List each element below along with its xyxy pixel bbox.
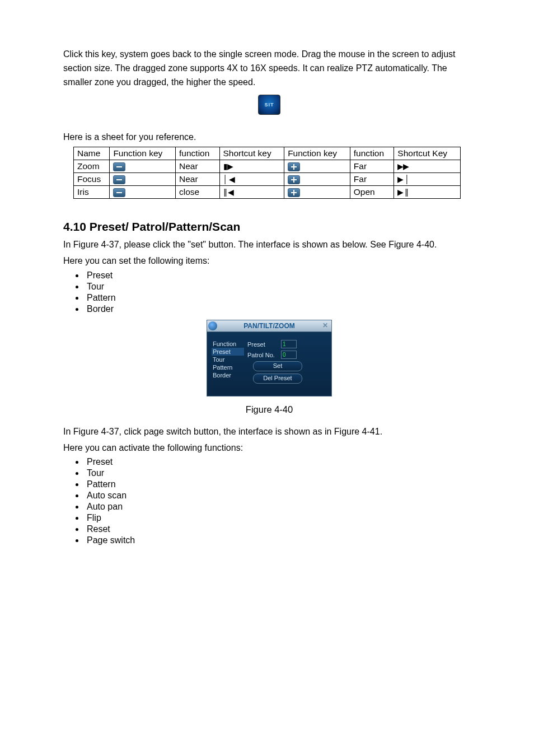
cell-name: Zoom <box>74 160 110 173</box>
list-item: Reset <box>85 524 475 534</box>
dialog-title-text: PAN/TILT/ZOOM <box>243 322 295 330</box>
preset-input[interactable]: 1 <box>281 340 297 348</box>
menu-item-function[interactable]: Function <box>212 340 244 348</box>
plus-icon <box>288 162 300 171</box>
figure-caption: Figure 4-40 <box>63 404 475 415</box>
list-item: Preset <box>85 457 475 467</box>
cell-name: Iris <box>74 186 110 199</box>
patrol-label: Patrol No. <box>247 351 281 358</box>
minus-icon <box>113 188 125 197</box>
cell-func: Far <box>350 160 394 173</box>
th-func2: function <box>354 148 384 158</box>
after-paragraph: Here you can activate the following func… <box>63 441 475 455</box>
sit-3d-button[interactable]: SIT <box>258 95 280 115</box>
list-item: Auto pan <box>85 502 475 512</box>
menu-item-tour[interactable]: Tour <box>212 356 244 363</box>
dialog-menu: Function Preset Tour Pattern Border <box>212 340 244 379</box>
list-item: Tour <box>85 282 475 292</box>
minus-icon <box>113 162 125 171</box>
list-item: Border <box>85 304 475 314</box>
list-item: Auto scan <box>85 491 475 501</box>
cell-func: Open <box>350 186 394 199</box>
menu-item-pattern[interactable]: Pattern <box>212 363 244 371</box>
table-row: Iris close ‖ ◀ Open ▶ ‖ <box>74 186 461 199</box>
set-items-list: Preset Tour Pattern Border <box>63 270 475 314</box>
list-item: Flip <box>85 513 475 523</box>
menu-item-preset[interactable]: Preset <box>212 348 244 356</box>
section-paragraph: In Figure 4-37, please click the "set" b… <box>63 238 475 252</box>
table-row: Zoom Near ▮▶ Far ▶▶ <box>74 160 461 173</box>
close-icon[interactable]: ✕ <box>321 321 329 329</box>
shortcut-glyph: ▶▶ <box>397 162 409 171</box>
shortcut-glyph: ▮▶ <box>223 162 233 171</box>
reference-table: Name Function key function Shortcut key … <box>73 147 461 199</box>
th-fkey2: Function key <box>288 148 337 158</box>
dialog-titlebar: PAN/TILT/ZOOM ✕ <box>207 320 331 332</box>
shortcut-glyph: │ ◀ <box>223 175 235 184</box>
table-lead-text: Here is a sheet for you reference. <box>63 130 475 144</box>
dialog-logo-icon <box>208 321 217 330</box>
patrol-input[interactable]: 0 <box>281 351 297 359</box>
ptz-dialog: PAN/TILT/ZOOM ✕ Function Preset Tour Pat… <box>207 320 332 396</box>
th-func1: function <box>179 148 209 158</box>
set-button[interactable]: Set <box>253 361 302 371</box>
section-heading: 4.10 Preset/ Patrol/Pattern/Scan <box>63 220 475 234</box>
shortcut-glyph: ‖ ◀ <box>223 188 234 197</box>
th-fkey1: Function key <box>113 148 162 158</box>
plus-icon <box>288 175 300 184</box>
after-paragraph: In Figure 4-37, click page switch button… <box>63 425 475 439</box>
shortcut-glyph: ▶ ‖ <box>397 188 408 197</box>
cell-name: Focus <box>74 173 110 186</box>
activate-items-list: Preset Tour Pattern Auto scan Auto pan F… <box>63 457 475 545</box>
minus-icon <box>113 175 125 184</box>
shortcut-glyph: ▶ │ <box>397 175 409 184</box>
th-skey1: Shortcut key <box>223 148 271 158</box>
menu-item-border[interactable]: Border <box>212 371 244 379</box>
th-name: Name <box>77 148 100 158</box>
list-item: Tour <box>85 468 475 478</box>
preset-label: Preset <box>247 340 281 348</box>
cell-func: close <box>176 186 219 199</box>
cell-func: Near <box>176 160 219 173</box>
del-preset-button[interactable]: Del Preset <box>253 374 302 384</box>
cell-func: Near <box>176 173 219 186</box>
section-paragraph: Here you can set the following items: <box>63 254 475 268</box>
list-item: Preset <box>85 270 475 281</box>
plus-icon <box>288 188 300 197</box>
th-skey2: Shortcut Key <box>397 148 447 158</box>
list-item: Pattern <box>85 479 475 489</box>
table-row: Focus Near │ ◀ Far ▶ │ <box>74 173 461 186</box>
intro-paragraph: Click this key, system goes back to the … <box>63 48 475 89</box>
cell-func: Far <box>350 173 394 186</box>
list-item: Page switch <box>85 535 475 545</box>
list-item: Pattern <box>85 293 475 303</box>
